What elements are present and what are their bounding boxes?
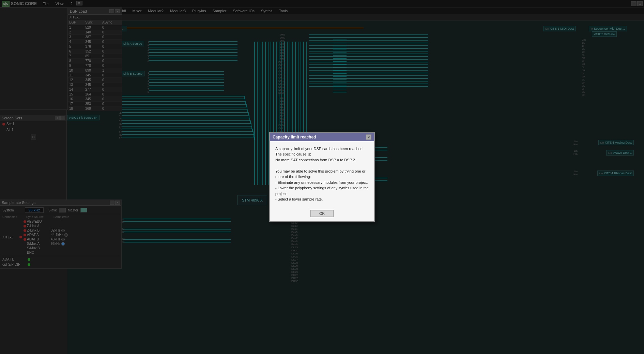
modal-title-text: Capacity limit reached [273, 135, 316, 139]
modal-body: A capacity limit of your DSP cards has b… [270, 141, 374, 207]
modal-line-4: You may be able to solve this problem by… [275, 168, 369, 180]
modal-line-7: - Select a lower sample rate. [275, 196, 369, 202]
modal-footer: OK [270, 207, 374, 221]
ok-button[interactable]: OK [310, 210, 334, 217]
modal-line-5: - Eliminate any unnecessary modules from… [275, 180, 369, 186]
modal-line-2: The specific cause is: [275, 151, 369, 157]
modal-overlay: Capacity limit reached × A capacity limi… [0, 0, 644, 354]
modal-close-button[interactable]: × [366, 134, 371, 140]
modal-line-3: No more SAT connections from DSP a to DS… [275, 157, 369, 163]
modal-dialog: Capacity limit reached × A capacity limi… [269, 132, 375, 222]
modal-line-6: - Lower the polyphony settings of any sy… [275, 185, 369, 196]
modal-line-1: A capacity limit of your DSP cards has b… [275, 146, 369, 152]
modal-title-bar: Capacity limit reached × [270, 133, 374, 141]
